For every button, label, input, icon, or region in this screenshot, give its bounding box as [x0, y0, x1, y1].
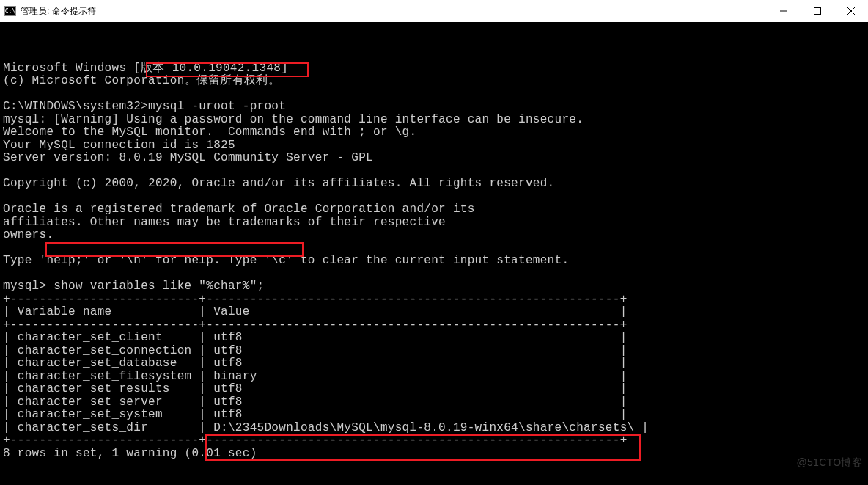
terminal-line: +--------------------------+------------… [3, 293, 865, 307]
terminal-line [3, 268, 865, 281]
cmd-icon: C:\ [4, 6, 16, 16]
minimize-button[interactable] [767, 0, 801, 22]
terminal-line: C:\WINDOWS\system32>mysql -uroot -proot [3, 101, 865, 114]
terminal-line: mysql: [Warning] Using a password on the… [3, 114, 865, 127]
terminal-line: | character_set_connection | utf8 | [3, 345, 865, 358]
terminal-line: | character_set_server | utf8 | [3, 396, 865, 409]
window-title: 管理员: 命令提示符 [21, 5, 96, 18]
terminal-line: | Variable_name | Value | [3, 306, 865, 319]
terminal-line: | character_set_client | utf8 | [3, 332, 865, 345]
terminal-line: | character_set_results | utf8 | [3, 383, 865, 396]
terminal-line [3, 191, 865, 204]
terminal-line: Oracle is a registered trademark of Orac… [3, 203, 865, 216]
titlebar-left: C:\ 管理员: 命令提示符 [4, 5, 96, 18]
terminal-line: Type 'help;' or '\h' for help. Type '\c'… [3, 255, 865, 268]
minimize-icon [780, 7, 787, 15]
terminal-line [3, 242, 865, 255]
watermark: @51CTO博客 [797, 456, 862, 470]
terminal-line: +--------------------------+------------… [3, 319, 865, 332]
svg-rect-1 [814, 8, 821, 15]
maximize-icon [814, 7, 821, 15]
terminal-line: | character_set_database | utf8 | [3, 357, 865, 371]
terminal-line: +--------------------------+------------… [3, 434, 865, 448]
terminal-line: | character_sets_dir | D:\2345Downloads\… [3, 422, 865, 435]
terminal-line: Welcome to the MySQL monitor. Commands e… [3, 126, 865, 139]
terminal-line: affiliates. Other names may be trademark… [3, 216, 865, 230]
terminal-line [3, 460, 865, 473]
terminal-line: mysql> show variables like "%char%"; [3, 280, 865, 293]
terminal-line: Microsoft Windows [版本 10.0.19042.1348] [3, 62, 865, 76]
terminal-line: owners. [3, 229, 865, 242]
terminal-output[interactable]: Microsoft Windows [版本 10.0.19042.1348](c… [0, 22, 868, 485]
maximize-button[interactable] [801, 0, 834, 22]
terminal-line: Your MySQL connection id is 1825 [3, 139, 865, 153]
terminal-line: 8 rows in set, 1 warning (0.01 sec) [3, 448, 865, 461]
terminal-line: | character_set_system | utf8 | [3, 409, 865, 422]
close-button[interactable] [834, 0, 868, 22]
terminal-line [3, 165, 865, 178]
terminal-line [3, 88, 865, 101]
terminal-line: (c) Microsoft Corporation。保留所有权利。 [3, 75, 865, 88]
window-controls [767, 0, 868, 22]
close-icon [847, 7, 855, 15]
terminal-line: Copyright (c) 2000, 2020, Oracle and/or … [3, 178, 865, 191]
window-titlebar: C:\ 管理员: 命令提示符 [0, 0, 868, 22]
terminal-line: | character_set_filesystem | binary | [3, 371, 865, 384]
terminal-line: Server version: 8.0.19 MySQL Community S… [3, 152, 865, 165]
command-prompt-window: C:\ 管理员: 命令提示符 Microsoft Windows [版本 10.… [0, 0, 868, 485]
